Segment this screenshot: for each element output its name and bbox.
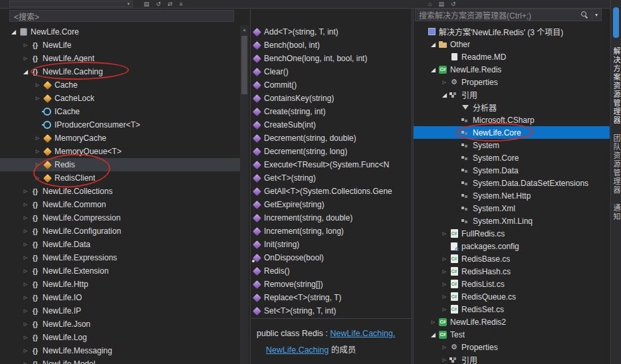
member-item[interactable]: GetAll<T>(System.Collections.Gene xyxy=(251,185,412,198)
member-item[interactable]: Init(string) xyxy=(251,238,412,251)
expander-icon[interactable]: ▷ xyxy=(429,319,437,325)
tree-item[interactable]: ◢ NewLife.Core xyxy=(0,25,240,39)
expander-icon[interactable]: ▷ xyxy=(21,43,30,48)
expander-icon[interactable]: ▷ xyxy=(33,136,42,141)
tree-item[interactable]: ▷ NewLife xyxy=(0,39,240,52)
expander-icon[interactable]: ▷ xyxy=(21,321,30,327)
tree-item[interactable]: System xyxy=(414,139,610,151)
member-item[interactable]: Create(string, int) xyxy=(251,105,412,118)
expander-icon[interactable]: ▷ xyxy=(21,348,30,353)
expander-icon[interactable]: ▷ xyxy=(21,242,30,247)
tree-item[interactable]: Readme.MD xyxy=(414,50,610,63)
tree-item[interactable]: ▷ MemoryQueue<T> xyxy=(0,145,240,158)
expander-icon[interactable]: ▷ xyxy=(21,282,30,287)
member-item[interactable]: Set<T>(string, T, int) xyxy=(251,304,412,318)
member-item[interactable]: Get<T>(string) xyxy=(251,171,412,185)
tree-item[interactable]: ▷ NewLife.Json xyxy=(0,318,240,331)
expander-icon[interactable]: ▷ xyxy=(440,345,449,350)
sync-icon[interactable]: ↺ xyxy=(451,1,456,7)
expander-icon[interactable]: ◢ xyxy=(429,41,437,48)
tree-item[interactable]: 分析器 xyxy=(414,101,610,114)
expander-icon[interactable]: ◢ xyxy=(429,331,437,338)
tree-item[interactable]: ◢ Test xyxy=(414,328,610,341)
member-item[interactable]: OnDispose(bool) xyxy=(251,251,412,264)
expander-icon[interactable]: ▷ xyxy=(21,202,30,207)
expander-icon[interactable]: ◢ xyxy=(440,92,449,98)
expander-icon[interactable]: ▷ xyxy=(21,215,30,221)
member-item[interactable]: CreateSub(int) xyxy=(251,118,412,132)
tree-item[interactable]: ▷ NewLife.Compression xyxy=(0,211,240,225)
member-item[interactable]: Add<T>(string, T, int) xyxy=(251,25,412,39)
home-icon[interactable]: ⌂ xyxy=(428,1,432,7)
expander-icon[interactable]: ▷ xyxy=(33,175,42,181)
chevron-down-icon[interactable]: ▾ xyxy=(595,12,598,18)
solution-explorer-search-input[interactable]: 搜索解决方案资源管理器(Ctrl+;) ▾ xyxy=(415,9,602,21)
tree-item[interactable]: ▷ FullRedis.cs xyxy=(414,227,610,240)
expander-icon[interactable]: ▷ xyxy=(440,80,449,85)
member-item[interactable]: Decrement(string, long) xyxy=(251,145,412,158)
namespace-link[interactable]: NewLife.Caching xyxy=(266,345,329,355)
tree-item[interactable]: ▷ NewLife.Messaging xyxy=(0,344,240,357)
tree-item[interactable]: ▷ RedisQueue.cs xyxy=(414,290,610,303)
tree-item[interactable]: ◢ Other xyxy=(414,38,610,50)
tree-item[interactable]: ◢ NewLife.Redis xyxy=(414,63,610,76)
base-class-link[interactable]: NewLife.Caching. xyxy=(330,329,395,338)
member-item[interactable]: Replace<T>(string, T) xyxy=(251,291,412,304)
member-item[interactable]: Redis() xyxy=(251,264,412,278)
tree-item[interactable]: ▷ RedisClient xyxy=(0,171,240,185)
expander-icon[interactable]: ▷ xyxy=(440,269,449,274)
tree-item[interactable]: ▷ NewLife.Collections xyxy=(0,185,240,198)
tree-item[interactable]: ▷ RedisBase.cs xyxy=(414,252,610,265)
tree-item[interactable]: packages.config xyxy=(414,240,610,252)
expander-icon[interactable]: ▷ xyxy=(21,56,30,61)
expander-icon[interactable]: ▷ xyxy=(33,149,42,154)
expander-icon[interactable]: ▷ xyxy=(440,231,449,236)
tree-item[interactable]: ▷ NewLife.IO xyxy=(0,291,240,304)
member-item[interactable]: Decrement(string, double) xyxy=(251,132,412,145)
window-layout-icon[interactable]: ▤ xyxy=(144,1,150,7)
scrollbar-thumb[interactable] xyxy=(241,36,247,94)
toolbar-combo[interactable]: ▾ xyxy=(9,1,133,7)
tree-item[interactable]: ▷ NewLife.Agent xyxy=(0,52,240,65)
tree-item[interactable]: ▷ NewLife.Data xyxy=(0,238,240,251)
tree-item[interactable]: System.Data.DataSetExtensions xyxy=(414,177,610,189)
tree-item[interactable]: System.Core xyxy=(414,151,610,164)
tree-item[interactable]: ▷ 引用 xyxy=(414,353,610,364)
expander-icon[interactable]: ▷ xyxy=(21,308,30,314)
collapse-all-icon[interactable]: ▤ xyxy=(438,1,444,7)
expander-icon[interactable]: ▷ xyxy=(21,189,30,194)
expander-icon[interactable]: ◢ xyxy=(21,68,30,75)
tree-item[interactable]: ▷ NewLife.Extension xyxy=(0,264,240,278)
expander-icon[interactable]: ◢ xyxy=(429,66,437,73)
tree-item[interactable]: ▷ NewLife.Redis2 xyxy=(414,316,610,328)
member-item[interactable]: Bench(bool, int) xyxy=(251,39,412,52)
tree-item[interactable]: ▷ NewLife.Model xyxy=(0,357,240,364)
refresh-icon[interactable]: ↺ xyxy=(156,1,162,7)
tree-item[interactable]: ▷ RedisList.cs xyxy=(414,278,610,290)
member-item[interactable]: Remove(string[]) xyxy=(251,278,412,291)
class-view-search-input[interactable]: <搜索> xyxy=(9,10,234,22)
expander-icon[interactable]: ▷ xyxy=(21,295,30,300)
tree-item[interactable]: Microsoft.CSharp xyxy=(414,114,610,126)
tab-team-explorer[interactable]: 团队资源管理器 xyxy=(611,134,621,195)
expander-icon[interactable]: ▷ xyxy=(440,282,449,287)
tree-item[interactable]: ▷ NewLife.Configuration xyxy=(0,225,240,238)
tree-item[interactable]: ▷ NewLife.IP xyxy=(0,304,240,318)
tab-solution-explorer[interactable]: 解决方案资源管理器 xyxy=(611,47,621,125)
tree-item[interactable]: ▷ NewLife.Common xyxy=(0,198,240,211)
navigate-icon[interactable]: ⇄ xyxy=(168,1,173,7)
tree-item[interactable]: ▷ RedisHash.cs xyxy=(414,265,610,278)
tree-item[interactable]: ▷ NewLife.Http xyxy=(0,278,240,291)
tree-item[interactable]: ▷ Properties xyxy=(414,76,610,88)
tree-item[interactable]: ▷ NewLife.Expressions xyxy=(0,251,240,264)
expander-icon[interactable]: ▷ xyxy=(21,361,30,364)
tree-item[interactable]: System.Data xyxy=(414,164,610,177)
member-item[interactable]: Clear() xyxy=(251,65,412,78)
tree-item[interactable]: ▷ Redis xyxy=(0,158,240,171)
tree-item[interactable]: ▷ Properties xyxy=(414,341,610,353)
expander-icon[interactable]: ▷ xyxy=(440,294,449,300)
tab-notifications[interactable]: 通知 xyxy=(611,204,621,221)
member-item[interactable]: ContainsKey(string) xyxy=(251,92,412,105)
expander-icon[interactable]: ▷ xyxy=(440,307,449,312)
search-icon[interactable] xyxy=(580,11,589,19)
